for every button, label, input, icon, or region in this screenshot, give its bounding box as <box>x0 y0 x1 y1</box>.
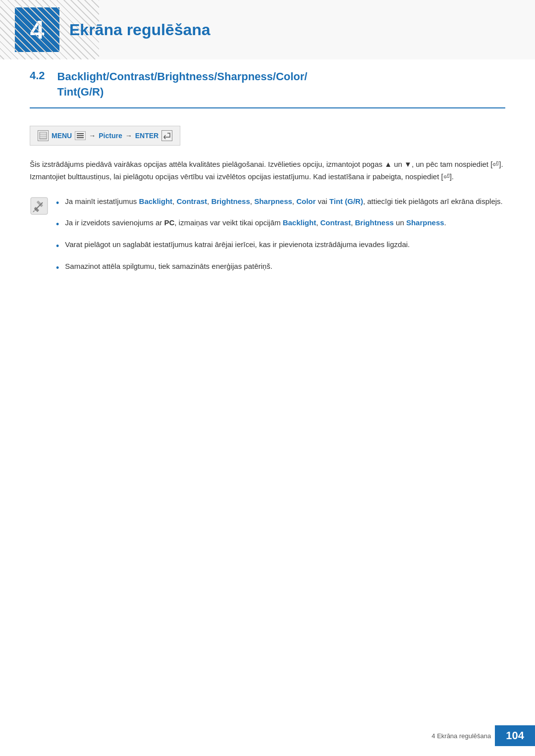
section-header: 4.2 Backlight/Contrast/Brightness/Sharpn… <box>30 69 505 108</box>
sharpness-label: Sharpness <box>254 197 292 205</box>
sharpness-label-2: Sharpness <box>406 218 444 227</box>
note-text-1: Ja mainīt iestatījumus Backlight, Contra… <box>65 196 505 207</box>
note-icon <box>30 197 49 215</box>
chapter-header: 4 Ekrāna regulēšana <box>0 0 535 59</box>
arrow-1: → <box>89 132 96 140</box>
color-label: Color <box>296 197 316 205</box>
menu-bars-icon <box>75 131 86 140</box>
backlight-label-2: Backlight <box>283 218 317 227</box>
note-text-3: Varat pielāgot un saglabāt iestatījumus … <box>65 239 505 251</box>
note-item-4: • Samazinot attēla spilgtumu, tiek samaz… <box>56 260 505 275</box>
notes-section: • Ja mainīt iestatījumus Backlight, Cont… <box>30 196 505 282</box>
menu-icon <box>38 130 49 141</box>
menu-navigation: MENU → Picture → ENTER <box>30 126 180 146</box>
page-number: 104 <box>495 725 535 746</box>
note-item-2: • Ja ir izveidots savienojums ar PC, izm… <box>56 217 505 232</box>
body-paragraph: Šis izstrādājums piedāvā vairākas opcija… <box>30 158 505 183</box>
note-text-2: Ja ir izveidots savienojums ar PC, izmai… <box>65 217 505 229</box>
tint-label: Tint (G/R) <box>329 197 363 205</box>
menu-label: MENU <box>52 132 72 140</box>
chapter-title: Ekrāna regulēšana <box>69 21 211 39</box>
bullet-3: • <box>56 239 59 253</box>
main-content: 4.2 Backlight/Contrast/Brightness/Sharpn… <box>0 59 535 322</box>
backlight-label: Backlight <box>139 197 173 205</box>
picture-label: Picture <box>99 132 122 140</box>
page-footer: 4 Ekrāna regulēšana 104 <box>431 725 535 746</box>
note-text-4: Samazinot attēla spilgtumu, tiek samazin… <box>65 260 505 272</box>
contrast-label-2: Contrast <box>321 218 351 227</box>
note-item-1: • Ja mainīt iestatījumus Backlight, Cont… <box>56 196 505 210</box>
enter-label: ENTER <box>135 132 159 140</box>
note-items-list: • Ja mainīt iestatījumus Backlight, Cont… <box>56 196 505 282</box>
footer-chapter-text: 4 Ekrāna regulēšana <box>431 732 495 740</box>
section-title: Backlight/Contrast/Brightness/Sharpness/… <box>57 69 308 100</box>
contrast-label: Contrast <box>176 197 207 205</box>
brightness-label-2: Brightness <box>355 218 394 227</box>
enter-icon <box>161 130 172 141</box>
bullet-2: • <box>56 217 59 232</box>
bullet-4: • <box>56 261 59 275</box>
bullet-1: • <box>56 196 59 210</box>
note-item-3: • Varat pielāgot un saglabāt iestatījumu… <box>56 239 505 253</box>
section-number: 4.2 <box>30 69 45 82</box>
brightness-label: Brightness <box>211 197 250 205</box>
arrow-2: → <box>125 132 132 140</box>
pc-label: PC <box>164 218 174 227</box>
